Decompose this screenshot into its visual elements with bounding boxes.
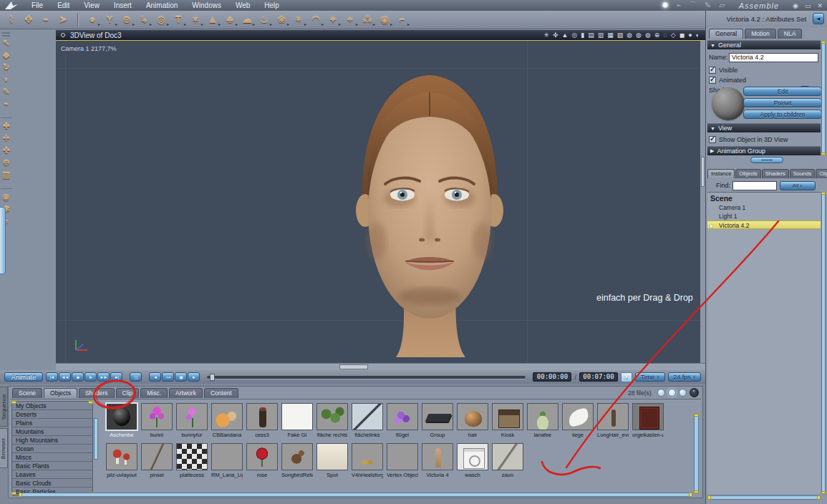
thumb-size-medium-button[interactable] xyxy=(668,389,676,397)
scene-tree-item[interactable]: Camera 1 xyxy=(707,203,821,212)
browser-item[interactable]: flügel xyxy=(387,403,418,438)
end-time-field[interactable]: 00:07:00 xyxy=(579,372,618,382)
delete-key-button[interactable]: ▣ xyxy=(175,372,187,382)
target-part-icon[interactable]: ◉ xyxy=(376,15,393,24)
3d-viewport[interactable]: Camera 1 2177,7% einfach per Drag & Drop xyxy=(56,41,705,363)
current-time-field[interactable]: 00:00:00 xyxy=(533,372,571,382)
browser-item[interactable]: Spot xyxy=(316,443,348,478)
browser-item[interactable]: rose xyxy=(246,443,278,478)
camera-tool-icon[interactable]: ◉ xyxy=(1,193,12,201)
view-section-header[interactable]: ▼View xyxy=(707,123,821,132)
browser-item[interactable]: Kiosk xyxy=(492,403,523,438)
play-button[interactable]: ► xyxy=(84,372,97,382)
move-tool-icon[interactable]: ✚ xyxy=(1,122,12,130)
burst-part-icon[interactable]: ✴ xyxy=(290,15,307,24)
browser-item[interactable]: lanafee xyxy=(527,403,558,438)
apply-to-children-button[interactable]: Apply to children xyxy=(743,110,822,119)
tree-part-icon[interactable]: ♣ xyxy=(221,15,238,24)
clear-time-button[interactable]: ✕ xyxy=(621,372,632,382)
skeleton-part-icon[interactable]: ⁂ xyxy=(359,15,376,24)
axis-icon[interactable]: ⊕ xyxy=(654,32,660,39)
find-input[interactable] xyxy=(732,181,777,190)
browser-tab[interactable]: Shaders xyxy=(79,388,115,398)
pan-view-icon[interactable]: ◍ xyxy=(636,32,642,39)
attributes-tab[interactable]: Motion xyxy=(745,29,776,39)
menu-item[interactable]: Windows xyxy=(185,1,228,9)
browser-item[interactable]: Victoria 4 xyxy=(422,443,453,478)
rotate-view-icon[interactable]: ◍ xyxy=(627,32,632,39)
instance-tab[interactable]: Sounds xyxy=(790,169,815,178)
dotted-axis-icon[interactable]: ◌ xyxy=(663,32,667,39)
browser-tab[interactable]: Artwork xyxy=(169,388,203,398)
scene-tree-scrollbar[interactable] xyxy=(821,192,826,494)
joint-part-icon[interactable]: ↳ xyxy=(135,15,153,24)
solid-shade-icon[interactable]: ● xyxy=(688,32,692,39)
select-cursor-icon[interactable]: ↖ xyxy=(1,39,12,47)
browser-item[interactable]: Group xyxy=(422,403,453,438)
manipulator-tool-icon[interactable]: ⊕ xyxy=(1,159,12,167)
next-frame-button[interactable]: ►► xyxy=(97,372,110,382)
goblet-part-icon[interactable]: Y xyxy=(101,15,118,24)
browser-vertical-scrollbar[interactable] xyxy=(694,414,699,493)
view-window-icon[interactable] xyxy=(61,33,65,37)
menu-item[interactable]: Animation xyxy=(139,1,185,9)
insert-key-button[interactable]: ⊶ xyxy=(162,372,174,382)
camera-part-icon[interactable]: ⌖ xyxy=(342,15,359,24)
layout-custom-icon[interactable]: ▧ xyxy=(617,32,624,39)
select-flag-icon[interactable]: ➤ xyxy=(54,15,72,24)
category-item[interactable]: Deserts xyxy=(12,410,92,419)
particle-part-icon[interactable]: ✶ xyxy=(187,15,204,24)
thumb-size-large-button[interactable] xyxy=(679,389,687,397)
instance-tab[interactable]: Objects xyxy=(735,169,760,178)
browser-item[interactable]: wasch xyxy=(457,443,488,478)
browser-item[interactable]: zaun xyxy=(492,443,523,478)
browser-item[interactable]: Fake GI xyxy=(281,403,313,438)
category-item[interactable]: High Mountains xyxy=(12,436,92,445)
attributes-tab[interactable]: General xyxy=(709,29,743,39)
browser-tab[interactable]: Content xyxy=(204,388,238,398)
browser-item[interactable]: Aschenbe xyxy=(106,403,137,438)
brush-mode-icon[interactable]: ✎ xyxy=(705,1,711,10)
category-item[interactable]: Leaves xyxy=(12,470,92,479)
menu-item[interactable]: View xyxy=(77,1,107,9)
category-item[interactable]: Miscs xyxy=(12,453,92,462)
zoom-view-icon[interactable]: ◍ xyxy=(645,32,651,39)
wireframe-shade-icon[interactable]: ◼ xyxy=(680,32,685,39)
browser-item[interactable]: LongHair_evo_ xyxy=(597,403,629,438)
browser-item[interactable]: CBBandana xyxy=(211,403,243,438)
palette-grip[interactable] xyxy=(2,32,10,37)
browser-item[interactable]: plattecess xyxy=(176,443,208,478)
menu-item[interactable]: Web xyxy=(228,1,257,9)
scene-tree-item[interactable]: Light 1 xyxy=(707,212,821,220)
scene-tree-item[interactable]: Victoria 4.2 xyxy=(707,220,821,229)
scene-tree-horizontal-scrollbar[interactable] xyxy=(707,495,821,500)
side-tab-browser[interactable]: Browser xyxy=(0,428,8,468)
shader-preview-sphere[interactable] xyxy=(712,87,745,120)
move-child-tool-icon[interactable]: ✛ xyxy=(1,135,12,142)
viewport-vertical-scrollbar[interactable] xyxy=(700,41,705,363)
lights-icon[interactable]: ✳ xyxy=(543,32,549,39)
menu-item[interactable]: Edit xyxy=(50,1,77,9)
category-item[interactable]: Plains xyxy=(12,419,92,427)
dome-part-icon[interactable]: ◠ xyxy=(307,15,324,24)
menu-item[interactable]: Insert xyxy=(107,1,139,9)
viewport-horizontal-scrollbar[interactable] xyxy=(56,363,705,370)
browser-tab[interactable]: Scene xyxy=(12,388,42,398)
layout-three-icon[interactable]: ▥ xyxy=(598,32,604,39)
instance-tab[interactable]: Instance xyxy=(707,169,735,178)
animate-button[interactable]: Animate xyxy=(4,372,43,382)
browser-item[interactable]: SongbirdReMix. xyxy=(281,443,313,478)
next-key-button[interactable]: ► xyxy=(188,372,200,382)
go-end-button[interactable]: ►| xyxy=(110,372,122,382)
browser-item[interactable]: fläche rechts xyxy=(316,403,348,438)
browser-item[interactable]: pinsel xyxy=(141,443,173,478)
wrench-tool-icon[interactable]: ⌁ xyxy=(1,100,12,108)
layout-single-icon[interactable]: ▮ xyxy=(581,32,584,39)
browser-menu-button[interactable] xyxy=(690,388,699,397)
category-item[interactable]: Basic Plants xyxy=(12,462,92,470)
wire-sphere-part-icon[interactable]: ⊕ xyxy=(118,15,135,24)
scene-root-label[interactable]: Scene xyxy=(707,193,821,203)
hand-mode-icon[interactable]: ✺ xyxy=(662,1,668,10)
name-field[interactable] xyxy=(729,53,818,62)
stop-button[interactable]: ■ xyxy=(72,372,84,382)
